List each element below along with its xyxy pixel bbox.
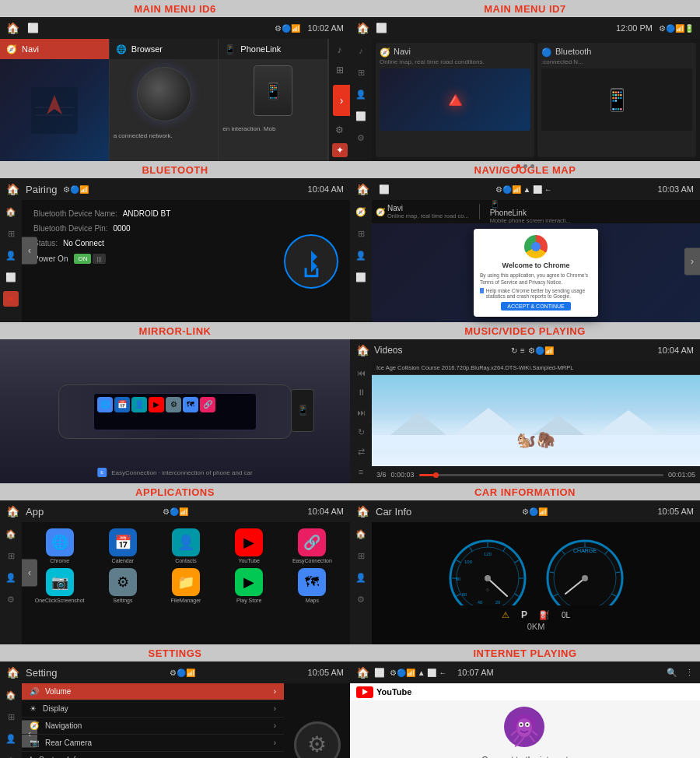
navi-sidebar-apps[interactable]: ⊞ bbox=[353, 226, 369, 241]
bt-toggle-on[interactable]: ON bbox=[74, 254, 91, 264]
app-item-youtube[interactable]: ▶ YouTube bbox=[219, 528, 279, 563]
car-time: 10:05 AM bbox=[658, 507, 694, 516]
bt-sidebar-phone[interactable]: 👤 bbox=[3, 247, 19, 263]
settings-item-display[interactable]: ☀ Display › bbox=[22, 700, 284, 718]
car-sidebar-home[interactable]: 🏠 bbox=[353, 526, 369, 542]
music-sidebar-pause[interactable]: ⏸ bbox=[353, 385, 369, 401]
bt-sidebar-home[interactable]: 🏠 bbox=[3, 204, 19, 219]
settings-sidebar-home[interactable]: 🏠 bbox=[3, 687, 19, 703]
title-main-menu-id6: MAIN MENU ID6 bbox=[0, 0, 350, 17]
navi-strip-phonelink[interactable]: 📱 PhoneLink Mobile phone screen interact… bbox=[490, 200, 571, 224]
navi-right-arrow[interactable]: › bbox=[684, 247, 700, 275]
bt-toggle-off[interactable]: ||| bbox=[93, 254, 105, 264]
navi-topbar-icons: ⚙🔵📶 ▲ ⬜ ← bbox=[495, 185, 552, 194]
bt-sidebar-bt[interactable]: ✦ bbox=[3, 291, 19, 307]
app-item-filemanager[interactable]: 📁 FileManager bbox=[156, 568, 215, 603]
id7-sidebar-music[interactable]: ♪ bbox=[353, 43, 369, 58]
music-sidebar-repeat[interactable]: ↻ bbox=[353, 425, 369, 440]
bt-toggle[interactable]: ON ||| bbox=[74, 254, 105, 264]
app-item-calendar[interactable]: 📅 Calendar bbox=[93, 528, 152, 563]
app-sidebar-apps[interactable]: ⊞ bbox=[3, 548, 19, 563]
id6-card-navi[interactable]: 🧭Navi l time road conditions. bbox=[0, 39, 110, 161]
id6-sidebar-settings[interactable]: ⚙ bbox=[332, 123, 348, 137]
music-icon-list[interactable]: ≡ bbox=[520, 346, 525, 355]
navi-sidebar-nav[interactable]: 🧭 bbox=[353, 204, 369, 219]
internet-search-icon[interactable]: 🔍 bbox=[667, 668, 677, 678]
id6-card-browser[interactable]: 🌐Browser a connected network. bbox=[110, 39, 219, 161]
app-home-icon[interactable]: 🏠 bbox=[6, 505, 19, 518]
app-icon-playstore: ▶ bbox=[235, 568, 263, 596]
id7-home-icon[interactable]: 🏠 bbox=[356, 22, 369, 34]
mirror-app-ec: 🔗 bbox=[200, 397, 215, 412]
bt-sidebar-apps[interactable]: ⊞ bbox=[3, 226, 19, 241]
navi-sidebar-phone[interactable]: 👤 bbox=[353, 247, 369, 263]
chrome-logo bbox=[524, 235, 548, 258]
app-item-contacts[interactable]: 👤 Contacts bbox=[156, 528, 215, 563]
settings-sidebar-apps[interactable]: ⊞ bbox=[3, 709, 19, 725]
settings-main: 🔊 Volume › ☀ Display › 🧭 Navigation › bbox=[22, 683, 350, 758]
progress-track[interactable] bbox=[419, 474, 663, 476]
settings-item-navigation[interactable]: 🧭 Navigation › bbox=[22, 718, 284, 735]
bt-sidebar-nav[interactable]: ⬜ bbox=[3, 269, 19, 285]
id7-sidebar-nav[interactable]: ⊞ bbox=[353, 65, 369, 80]
navi-sidebar-settings[interactable]: ⬜ bbox=[353, 269, 369, 285]
bt-home-icon[interactable]: 🏠 bbox=[6, 183, 19, 195]
internet-home-icon[interactable]: 🏠 bbox=[356, 666, 369, 679]
settings-item-volume[interactable]: 🔊 Volume › bbox=[22, 683, 284, 700]
app-left-arrow[interactable]: ‹ bbox=[22, 559, 37, 586]
id6-sidebar-bt[interactable]: ✦ bbox=[332, 143, 348, 157]
row3-titles: MIRROR-LINK MUSIC/VIDEO PLAYING bbox=[0, 322, 700, 339]
id6-next-arrow[interactable]: › bbox=[333, 85, 350, 116]
settings-sidebar-phone[interactable]: 👤 bbox=[3, 731, 19, 746]
app-item-chrome[interactable]: 🌐 Chrome bbox=[30, 528, 89, 563]
id6-home-icon[interactable]: 🏠 bbox=[6, 22, 19, 34]
id6-sidebar-music[interactable]: ♪ bbox=[332, 43, 348, 57]
internet-topbar: 🏠 ⬜ ⚙🔵📶 ▲ ⬜ ← 10:07 AM 🔍 ⋮ bbox=[350, 661, 700, 683]
music-home-icon[interactable]: 🏠 bbox=[356, 344, 369, 356]
navi-strip-navi[interactable]: 🧭 Navi Online map, real time road co... bbox=[376, 204, 469, 219]
app-sidebar-home[interactable]: 🏠 bbox=[3, 526, 19, 542]
settings-item-sysinfo[interactable]: ℹ System Info › bbox=[22, 752, 284, 758]
internet-menu-icon[interactable]: ⋮ bbox=[685, 668, 694, 678]
id7-sidebar-apps[interactable]: ⬜ bbox=[353, 108, 369, 124]
music-icon-refresh[interactable]: ↻ bbox=[511, 346, 517, 355]
id7-sidebar-settings[interactable]: ⚙ bbox=[353, 130, 369, 146]
settings-title: Setting bbox=[26, 667, 57, 679]
app-sidebar-settings[interactable]: ⚙ bbox=[3, 591, 19, 607]
app-sidebar-phone[interactable]: 👤 bbox=[3, 570, 19, 585]
car-home-icon[interactable]: 🏠 bbox=[356, 505, 369, 518]
app-topbar-icons: ⚙🔵📶 bbox=[163, 507, 188, 516]
id7-sidebar-phone[interactable]: 👤 bbox=[353, 86, 369, 102]
svg-text:100: 100 bbox=[464, 560, 472, 564]
app-item-maps[interactable]: 🗺 Maps bbox=[282, 568, 342, 603]
chrome-checkbox-label: Help make Chrome better by sending usage… bbox=[486, 288, 592, 299]
music-sidebar-shuffle[interactable]: ⇄ bbox=[353, 444, 369, 460]
settings-home-icon[interactable]: 🏠 bbox=[6, 666, 19, 679]
settings-sidebar-settings[interactable]: ⚙ bbox=[3, 753, 19, 758]
id7-bt-card[interactable]: 🔵 Bluetooth :connected N... 📱 bbox=[537, 43, 696, 157]
app-item-screenshot[interactable]: 📷 OneClickScreenshot bbox=[30, 568, 89, 603]
car-sidebar-settings[interactable]: ⚙ bbox=[353, 591, 369, 607]
car-sidebar-apps[interactable]: ⊞ bbox=[353, 548, 369, 563]
id6-sidebar-nav[interactable]: ⊞ bbox=[332, 63, 348, 77]
id7-navi-desc: Online map, real time road conditions. bbox=[380, 58, 530, 65]
app-item-playstore[interactable]: ▶ Play Store bbox=[219, 568, 279, 603]
car-bottom-info: ⚠ P ⛽ 0L bbox=[502, 609, 570, 620]
music-sidebar-skip-back[interactable]: ⏮ bbox=[353, 365, 369, 381]
app-item-easyconnect[interactable]: 🔗 EasyConnection bbox=[282, 528, 342, 563]
bt-left-arrow[interactable]: ‹ bbox=[22, 237, 37, 264]
row4-titles: APPLICATIONS CAR INFORMATION bbox=[0, 483, 700, 500]
chrome-checkbox[interactable] bbox=[480, 288, 484, 293]
music-sidebar-playlist[interactable]: ≡ bbox=[353, 465, 369, 480]
id7-navi-arrow: 🔺 bbox=[442, 87, 469, 113]
settings-item-rearcam[interactable]: 📷 Rear Camera › bbox=[22, 735, 284, 752]
id6-card-phonelink[interactable]: 📱PhoneLink 📱 en interaction. Mob bbox=[219, 39, 328, 161]
app-item-settings[interactable]: ⚙ Settings bbox=[93, 568, 152, 603]
music-sidebar: ⏮ ⏸ ⏭ ↻ ⇄ ≡ bbox=[350, 361, 372, 483]
id7-navi-card[interactable]: 🧭 Navi Online map, real time road condit… bbox=[376, 43, 534, 157]
chrome-accept-btn[interactable]: ACCEPT & CONTINUE bbox=[501, 302, 570, 311]
music-sidebar-skip-fwd[interactable]: ⏭ bbox=[353, 405, 369, 420]
title-bluetooth: BLUETOOTH bbox=[0, 161, 350, 178]
car-sidebar-phone[interactable]: 👤 bbox=[353, 570, 369, 585]
navi-home-icon[interactable]: 🏠 bbox=[356, 183, 369, 195]
